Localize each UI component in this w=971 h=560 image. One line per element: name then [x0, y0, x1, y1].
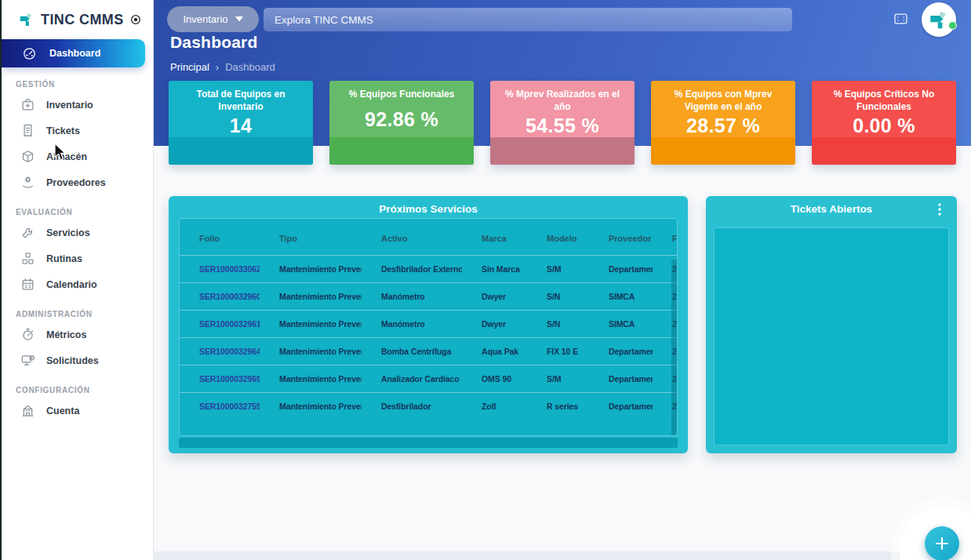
table-row[interactable]: SER10000327592Mantenimiento Prevent...De…	[180, 393, 678, 420]
caret-down-icon	[235, 16, 243, 22]
servicios-icon	[20, 225, 35, 240]
kpi-value: 14	[230, 113, 252, 139]
table-cell: SIMCA	[589, 311, 653, 338]
sidebar-item-calendario[interactable]: Calendario	[2, 271, 153, 297]
logo-text: TINC CMMS	[41, 12, 129, 28]
kpi-label: Total de Equipos en Inventario	[169, 81, 313, 113]
section-label: ADMINISTRACIÓN	[16, 310, 153, 318]
table-cell: S/N	[527, 283, 589, 311]
table-row[interactable]: SER10000329693Mantenimiento Prevent...An…	[180, 365, 678, 393]
column-header: Modelo	[527, 219, 589, 256]
table-row[interactable]: SER10000330627Mantenimiento Prevent...De…	[180, 256, 678, 283]
search-input[interactable]	[264, 14, 792, 26]
proveedores-icon	[20, 175, 35, 190]
sidebar-sections: GESTIÓNInventarioTicketsAlmacénProveedor…	[2, 80, 153, 424]
table-cell: Mantenimiento Prevent...	[260, 393, 362, 420]
sidebar-item-tickets[interactable]: Tickets	[2, 118, 153, 144]
table-cell: Bomba Centrífuga	[362, 338, 462, 365]
table-cell: Departament...	[589, 338, 653, 365]
column-header: Fe	[653, 219, 678, 256]
folio-link[interactable]: SER10000330627	[180, 256, 260, 283]
presence-dot	[948, 21, 957, 30]
sidebar-item-proveedores[interactable]: Proveedores	[2, 169, 153, 195]
table-cell: OMS 90	[462, 365, 527, 393]
services-panel: Próximos Servicios FolioTipoActivoMarcaM…	[169, 196, 688, 453]
folio-link[interactable]: SER10000327592	[180, 393, 260, 420]
column-header: Tipo	[260, 219, 362, 256]
avatar[interactable]	[922, 2, 956, 37]
module-selector-label: Inventario	[183, 13, 227, 25]
folio-link[interactable]: SER10000329609	[180, 283, 260, 311]
almacen-icon	[20, 149, 35, 164]
fullscreen-icon[interactable]	[893, 11, 909, 27]
sidebar-item-metricos[interactable]: Métricos	[2, 322, 153, 347]
sidebar-item-cuenta[interactable]: Cuenta	[2, 398, 153, 424]
table-cell: Sin Marca	[462, 256, 527, 283]
column-header: Folio	[180, 219, 260, 256]
table-header-row: FolioTipoActivoMarcaModeloProveedorFe	[180, 219, 678, 256]
table-row[interactable]: SER10000329610Mantenimiento Prevent...Ma…	[180, 311, 678, 338]
folio-link[interactable]: SER10000329693	[180, 365, 260, 393]
sidebar-item-label: Métricos	[46, 329, 86, 340]
kpi-value: 92.86 %	[365, 101, 438, 139]
kpi-card: % Equipos Críticos No Funcionales0.00 %	[812, 81, 956, 165]
kpi-label: % Equipos Funcionales	[343, 81, 461, 101]
table-cell: Dwyer	[462, 283, 527, 311]
tickets-icon	[20, 123, 35, 138]
table-cell: Mantenimiento Prevent...	[260, 283, 362, 311]
folio-link[interactable]: SER10000329610	[180, 311, 260, 338]
table-cell: FIX 10 E	[527, 338, 589, 365]
breadcrumb-separator: ›	[216, 61, 219, 73]
kpi-card-content: Total de Equipos en Inventario14	[169, 81, 313, 139]
services-table-container: FolioTipoActivoMarcaModeloProveedorFe SE…	[179, 218, 678, 436]
breadcrumb-root[interactable]: Principal	[170, 61, 209, 73]
kebab-icon[interactable]	[933, 202, 946, 216]
sidebar-item-label: Solicitudes	[46, 355, 99, 366]
breadcrumb-current: Dashboard	[225, 61, 275, 73]
table-cell: Mantenimiento Prevent...	[260, 311, 362, 338]
table-row[interactable]: SER10000329645Mantenimiento Prevent...Bo…	[180, 338, 678, 365]
sidebar-item-inventario[interactable]: Inventario	[2, 92, 153, 118]
add-button[interactable]	[925, 526, 959, 560]
column-header: Proveedor	[589, 219, 653, 256]
table-cell: Departament...	[589, 256, 653, 283]
table-cell: Analizador Cardíaco	[362, 365, 462, 393]
sidebar-item-label: Proveedores	[46, 177, 106, 188]
vertical-scrollbar[interactable]	[671, 260, 677, 435]
sidebar-item-almacen[interactable]: Almacén	[2, 144, 153, 169]
kpi-card-footer	[329, 137, 474, 165]
table-cell: Dwyer	[462, 311, 527, 338]
sidebar-item-label: Almacén	[46, 151, 87, 162]
horizontal-scrollbar[interactable]	[179, 438, 678, 448]
kpi-card-content: % Equipos Críticos No Funcionales0.00 %	[812, 81, 956, 139]
tickets-panel-title: Tickets Abiertos	[706, 196, 957, 215]
table-cell: Manómetro	[362, 283, 462, 311]
plus-icon	[934, 536, 950, 551]
kpi-value: 54.55 %	[526, 113, 599, 139]
folio-link[interactable]: SER10000329645	[180, 338, 260, 365]
table-cell: Zoll	[462, 393, 527, 420]
table-cell: SIMCA	[589, 283, 653, 311]
kpi-card-content: % Equipos con Mprev Vigente en el año28.…	[651, 81, 795, 139]
sidebar-item-dashboard[interactable]: Dashboard	[2, 39, 145, 67]
kpi-value: 28.57 %	[686, 113, 760, 139]
mouse-cursor	[53, 143, 66, 162]
kpi-card: % Equipos Funcionales92.86 %	[329, 81, 474, 165]
radio-toggle-icon[interactable]	[129, 13, 142, 26]
kpi-card: % Equipos con Mprev Vigente en el año28.…	[651, 81, 795, 165]
cuenta-icon	[20, 403, 35, 418]
sidebar-item-rutinas[interactable]: Rutinas	[2, 245, 153, 271]
kpi-label: % Equipos Críticos No Funcionales	[812, 81, 956, 113]
kpi-card-footer	[169, 137, 313, 165]
table-cell: Manómetro	[362, 311, 462, 338]
kpi-card: Total de Equipos en Inventario14	[169, 81, 313, 165]
sidebar-item-solicitudes[interactable]: Solicitudes	[2, 347, 153, 373]
table-row[interactable]: SER10000329609Mantenimiento Prevent...Ma…	[180, 283, 678, 311]
sidebar-item-servicios[interactable]: Servicios	[2, 220, 153, 245]
table-cell: Desfibrilador Externo A...	[362, 256, 462, 283]
tinc-logo-icon	[19, 12, 35, 27]
kpi-card-content: % Mprev Realizados en el año54.55 %	[490, 81, 635, 139]
kpi-card-footer	[490, 137, 635, 165]
module-selector[interactable]: Inventario	[167, 6, 259, 32]
main-area: Inventario Dashboard Principal › Dashboa…	[154, 0, 971, 560]
